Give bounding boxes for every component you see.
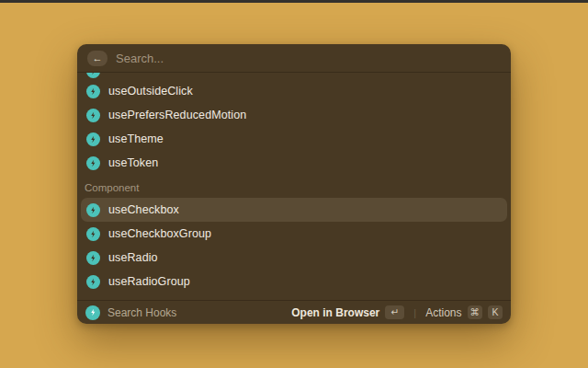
bolt-icon <box>86 109 100 122</box>
list-item-label: useRadioGroup <box>108 275 190 288</box>
bolt-icon <box>85 305 100 320</box>
list-item[interactable]: useTheme <box>81 127 507 151</box>
k-key-hint: K <box>488 305 503 319</box>
bolt-icon <box>86 156 100 170</box>
bolt-icon <box>86 73 100 78</box>
open-in-browser-button[interactable]: Open in Browser ↵ <box>291 305 404 319</box>
search-bar: ← <box>77 44 511 73</box>
footer-divider: | <box>412 307 418 318</box>
actions-label: Actions <box>425 306 461 319</box>
bolt-icon <box>86 227 100 241</box>
bolt-icon <box>86 251 100 265</box>
cmd-key-hint: ⌘ <box>468 305 483 319</box>
list-item[interactable]: useCheckboxGroup <box>81 222 507 246</box>
list-item[interactable]: useOutsideClick <box>81 79 507 103</box>
results-list: useOutsideClick usePrefersReducedMotion … <box>77 73 511 300</box>
bolt-icon <box>86 85 100 98</box>
list-item-label: useRadio <box>108 251 158 264</box>
search-input[interactable] <box>116 52 501 65</box>
list-item-label: useToken <box>108 156 158 169</box>
list-item-label: useCheckboxGroup <box>108 227 211 240</box>
list-item-label: useTheme <box>108 132 164 145</box>
footer-source-label: Search Hooks <box>107 306 176 319</box>
list-item-selected[interactable]: useCheckbox <box>81 198 507 222</box>
section-header-component: Component <box>81 175 507 198</box>
open-in-browser-label: Open in Browser <box>291 306 379 319</box>
list-item-label: usePrefersReducedMotion <box>108 109 246 121</box>
list-item-clipped[interactable] <box>81 73 507 79</box>
list-item-label: useOutsideClick <box>108 85 193 98</box>
bolt-icon <box>86 132 100 146</box>
back-button[interactable]: ← <box>87 51 107 66</box>
list-item[interactable]: usePrefersReducedMotion <box>81 103 507 127</box>
footer-bar: Search Hooks Open in Browser ↵ | Actions… <box>77 300 511 324</box>
bolt-icon <box>86 275 100 289</box>
return-key-hint: ↵ <box>385 305 404 319</box>
list-item[interactable]: useRadioGroup <box>81 270 507 293</box>
command-palette-window: ← useOutsideClick usePrefersReducedMotio… <box>77 44 511 324</box>
bolt-icon <box>86 203 100 217</box>
list-item[interactable]: useRadio <box>81 246 507 270</box>
footer-source: Search Hooks <box>85 305 284 320</box>
actions-menu-button[interactable]: Actions ⌘ K <box>425 305 503 319</box>
top-edge-bar <box>0 0 588 3</box>
list-item-label: useCheckbox <box>108 203 179 216</box>
list-item[interactable]: useToken <box>81 151 507 175</box>
